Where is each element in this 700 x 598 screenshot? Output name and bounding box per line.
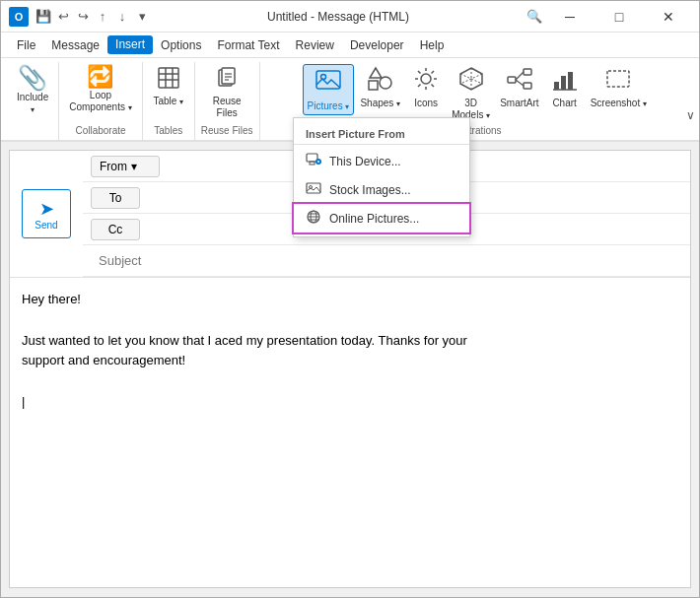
title-bar-left: O 💾 ↩ ↪ ↑ ↓ ▾	[9, 7, 151, 27]
body-line4: support and encouragement!	[22, 351, 678, 371]
body-line3: Just wanted to let you know that I aced …	[22, 331, 678, 352]
table-button[interactable]: Table ▾	[149, 64, 188, 109]
to-button[interactable]: To	[91, 187, 140, 209]
send-label: Send	[35, 220, 57, 231]
3d-models-icon	[458, 66, 484, 96]
down-qat-icon[interactable]: ↓	[113, 8, 131, 26]
include-icon: 📎	[18, 66, 47, 90]
menu-help[interactable]: Help	[412, 36, 453, 54]
title-bar: O 💾 ↩ ↪ ↑ ↓ ▾ Untitled - Message (HTML) …	[1, 1, 699, 33]
online-pictures-item[interactable]: Online Pictures...	[294, 204, 469, 233]
table-icon	[157, 66, 180, 94]
svg-rect-14	[369, 81, 378, 90]
3d-models-button[interactable]: 3DModels ▾	[448, 64, 494, 123]
to-label: To	[109, 191, 122, 205]
smartart-button[interactable]: SmartArt	[496, 64, 542, 111]
menu-options[interactable]: Options	[153, 36, 209, 54]
svg-rect-0	[159, 68, 178, 88]
svg-rect-37	[607, 71, 629, 87]
stock-images-icon	[306, 180, 321, 199]
this-device-icon	[306, 152, 321, 170]
svg-point-15	[421, 74, 431, 84]
include-button[interactable]: 📎 Include▾	[13, 64, 52, 117]
outlook-window: O 💾 ↩ ↪ ↑ ↓ ▾ Untitled - Message (HTML) …	[0, 0, 700, 598]
ribbon-more-button[interactable]: ∨	[686, 108, 695, 122]
svg-rect-28	[508, 77, 516, 83]
cc-button[interactable]: Cc	[91, 219, 140, 240]
menu-review[interactable]: Review	[288, 36, 342, 54]
shapes-icon	[368, 66, 393, 96]
chart-button[interactable]: Chart	[545, 64, 585, 111]
svg-rect-30	[524, 83, 531, 89]
menu-file[interactable]: File	[9, 36, 43, 54]
chart-icon	[552, 66, 578, 96]
send-icon: ➤	[39, 198, 54, 220]
online-pictures-label: Online Pictures...	[329, 212, 419, 226]
collaborate-label: Collaborate	[75, 125, 125, 138]
svg-rect-39	[310, 162, 315, 165]
ribbon-group-collaborate: 🔁 LoopComponents ▾ Collaborate	[59, 62, 142, 140]
this-device-item[interactable]: This Device...	[294, 147, 469, 175]
window-title: Untitled - Message (HTML)	[151, 10, 525, 24]
screenshot-icon	[605, 66, 631, 96]
svg-line-22	[432, 71, 435, 74]
insert-picture-dropdown: Insert Picture From This Device...	[293, 117, 470, 237]
subject-row	[83, 245, 690, 277]
pictures-button[interactable]: Pictures ▾	[303, 64, 355, 115]
ribbon-group-tables: Table ▾ Tables	[143, 62, 195, 140]
loop-icon: 🔁	[87, 66, 113, 88]
svg-line-21	[432, 85, 435, 88]
send-button[interactable]: ➤ Send	[22, 189, 71, 238]
svg-line-23	[418, 85, 421, 88]
dropdown-header: Insert Picture From	[294, 122, 469, 145]
icons-ribbon-icon	[413, 66, 439, 96]
screenshot-button[interactable]: Screenshot ▾	[587, 64, 651, 111]
body-line1: Hey there!	[22, 290, 678, 310]
online-pictures-icon	[306, 209, 321, 228]
menu-developer[interactable]: Developer	[342, 36, 412, 54]
undo-qat-icon[interactable]: ↩	[54, 8, 72, 26]
from-button[interactable]: From ▾	[91, 156, 160, 177]
save-qat-icon[interactable]: 💾	[35, 8, 52, 26]
reuse-files-button[interactable]: ReuseFiles	[207, 64, 246, 121]
icons-ribbon-button[interactable]: Icons	[406, 64, 446, 111]
svg-rect-6	[222, 68, 235, 84]
svg-line-31	[516, 72, 524, 80]
dropdown-menu: Insert Picture From This Device...	[293, 117, 470, 237]
menu-insert[interactable]: Insert	[107, 35, 153, 54]
menu-bar: File Message Insert Options Format Text …	[1, 33, 699, 58]
search-icon[interactable]: 🔍	[525, 8, 543, 26]
this-device-label: This Device...	[329, 155, 401, 168]
menu-format-text[interactable]: Format Text	[209, 36, 287, 54]
from-label: From	[100, 160, 127, 173]
body-cursor: |	[22, 392, 678, 413]
svg-rect-10	[316, 71, 340, 89]
stock-images-item[interactable]: Stock Images...	[294, 175, 469, 204]
stock-images-label: Stock Images...	[329, 183, 411, 197]
ribbon-group-include: 📎 Include▾	[7, 62, 59, 140]
svg-rect-33	[554, 82, 559, 90]
shapes-button[interactable]: Shapes ▾	[356, 64, 404, 111]
email-body[interactable]: Hey there! Just wanted to let you know t…	[10, 278, 690, 587]
body-line5	[22, 371, 678, 392]
more-qat-icon[interactable]: ▾	[133, 8, 151, 26]
svg-marker-13	[370, 68, 382, 78]
outlook-icon: O	[9, 7, 29, 27]
loop-components-button[interactable]: 🔁 LoopComponents ▾	[65, 64, 135, 115]
quick-access-toolbar: 💾 ↩ ↪ ↑ ↓ ▾	[35, 8, 151, 26]
up-qat-icon[interactable]: ↑	[94, 8, 111, 26]
pictures-icon	[315, 67, 342, 99]
body-line2	[22, 310, 678, 331]
menu-message[interactable]: Message	[43, 36, 107, 54]
subject-input[interactable]	[91, 253, 682, 268]
maximize-button[interactable]: □	[596, 1, 642, 33]
ribbon-group-reuse-files: ReuseFiles Reuse Files	[195, 62, 260, 140]
redo-qat-icon[interactable]: ↪	[74, 8, 92, 26]
minimize-button[interactable]: ─	[547, 1, 593, 33]
svg-rect-34	[561, 76, 566, 90]
svg-rect-43	[307, 183, 320, 193]
close-button[interactable]: ✕	[646, 1, 691, 33]
reuse-files-icon	[215, 66, 239, 94]
svg-point-12	[380, 77, 391, 89]
smartart-icon	[507, 66, 532, 96]
